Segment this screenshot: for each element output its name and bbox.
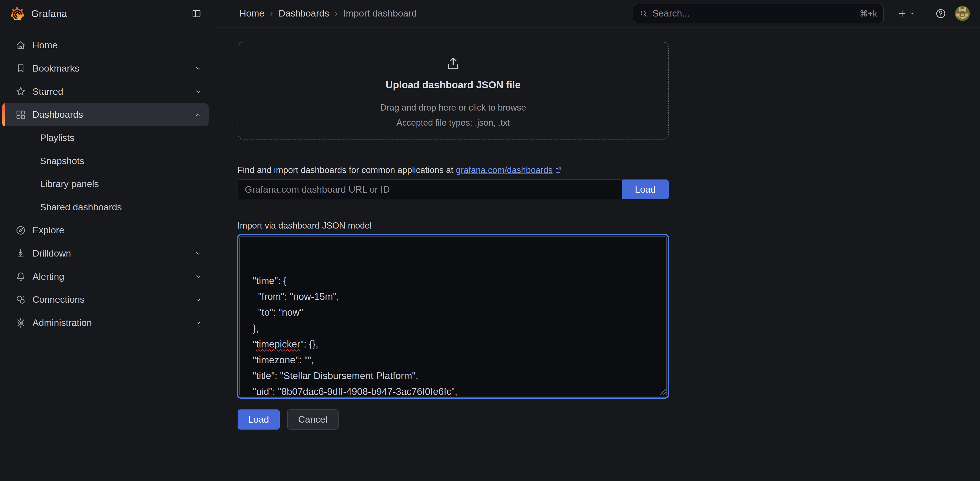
sidebar-item-label: Starred [33,86,63,97]
gcom-help-prefix: Find and import dashboards for common ap… [238,165,453,175]
brand-row: Grafana [0,0,214,27]
external-link-icon [555,166,562,174]
upload-dropzone[interactable]: Upload dashboard JSON file Drag and drop… [238,42,669,140]
sidebar-item-label: Alerting [33,271,64,282]
search-shortcut: ⌘+k [859,9,877,18]
sidebar-item-label: Connections [33,294,85,305]
sidebar-item-dashboards[interactable]: Dashboards [2,103,209,126]
gcom-link-text: grafana.com/dashboards [456,165,552,175]
topbar: Home›Dashboards›Import dashboard ⌘+k [215,0,980,27]
plus-icon [897,9,907,18]
json-code-line: "timezone": "", [247,352,659,368]
chevron-down-icon[interactable] [191,85,205,98]
home-icon [15,40,26,51]
search-box[interactable]: ⌘+k [633,4,884,23]
topbar-divider [926,7,926,20]
gcom-dashboards-link[interactable]: grafana.com/dashboards [456,165,562,175]
sidebar-item-label: Snapshots [40,156,84,166]
grafana-logo-icon[interactable] [10,6,25,22]
json-model-label: Import via dashboard JSON model [238,221,669,231]
help-button[interactable] [933,6,948,21]
breadcrumb-item-import-dashboard: Import dashboard [343,8,417,19]
breadcrumb-item-home[interactable]: Home [239,8,264,19]
sidebar-item-starred[interactable]: Starred [2,80,209,103]
sidebar-item-label: Shared dashboards [40,202,122,212]
plug-icon [15,294,26,305]
gcom-help-text: Find and import dashboards for common ap… [238,165,669,175]
sidebar-toggle-button[interactable] [188,5,205,22]
sidebar-item-administration[interactable]: Administration [2,311,209,334]
sidebar-item-label: Library panels [40,179,99,189]
sidebar-item-label: Explore [33,225,64,236]
chevron-down-icon[interactable] [191,62,205,75]
misspelled-token: uid [256,386,269,397]
json-code-line: "from": "now-15m", [247,288,659,304]
sidebar-item-snapshots[interactable]: Snapshots [2,149,209,172]
gcom-url-input[interactable] [238,180,622,199]
upload-icon [445,56,461,72]
chevron-down-icon [909,10,915,16]
brand-name: Grafana [31,8,67,19]
resize-grip[interactable] [659,389,666,395]
sidebar-item-label: Bookmarks [33,63,80,74]
sidebar-item-label: Drilldown [33,248,71,259]
sidebar-item-explore[interactable]: Explore [2,219,209,242]
json-code-line: "time": { [247,273,659,288]
chevron-down-icon[interactable] [191,247,205,260]
sidebar-item-label: Playlists [40,132,75,143]
sidebar-item-label: Home [33,40,58,51]
sidebar-nav: HomeBookmarksStarredDashboardsPlaylistsS… [0,27,214,334]
bell-icon [15,271,26,282]
chevron-down-icon[interactable] [191,293,205,307]
sidebar-item-shared-dashboards[interactable]: Shared dashboards [2,196,209,219]
sidebar-item-home[interactable]: Home [2,34,209,57]
json-editor-wrap: "time": { "from": "now-15m", "to": "now"… [238,234,669,398]
import-form: Upload dashboard JSON file Drag and drop… [238,42,669,430]
json-code-line: "uid": "8b07dac6-9dff-4908-b947-3ac76f0f… [247,384,659,397]
upload-hint: Drag and drop here or click to browse [380,103,526,113]
panel-left-icon [191,8,202,19]
sidebar-item-bookmarks[interactable]: Bookmarks [2,57,209,80]
star-icon [15,86,26,97]
main-column: Home›Dashboards›Import dashboard ⌘+k [215,0,980,481]
misspelled-token: timepicker [256,339,300,350]
gcom-load-button[interactable]: Load [622,180,669,199]
form-actions: Load Cancel [238,409,669,430]
breadcrumb-separator: › [335,8,337,18]
breadcrumb-item-dashboards[interactable]: Dashboards [278,8,329,19]
search-icon [639,9,648,18]
topbar-actions [894,6,970,21]
cancel-button[interactable]: Cancel [287,409,339,430]
cog-icon [15,317,26,328]
gcom-url-row: Load [238,180,669,199]
sidebar-item-alerting[interactable]: Alerting [2,265,209,288]
chevron-down-icon[interactable] [191,270,205,284]
chevron-down-icon[interactable] [191,316,205,330]
question-circle-icon [935,8,947,20]
chevron-up-icon[interactable] [191,108,205,121]
sidebar-item-library-panels[interactable]: Library panels [2,172,209,196]
json-code-line: "to": "now" [247,304,659,320]
drilldown-icon [15,248,26,259]
load-button[interactable]: Load [238,409,280,430]
sidebar-item-label: Administration [33,317,92,328]
breadcrumb-separator: › [270,8,273,18]
new-menu-button[interactable] [894,6,919,21]
upload-accepted-types: Accepted file types: .json, .txt [396,118,510,128]
json-code-line: "timepicker": {}, [247,336,659,352]
breadcrumb: Home›Dashboards›Import dashboard [239,8,417,19]
json-model-textarea[interactable]: "time": { "from": "now-15m", "to": "now"… [239,236,667,397]
misspelled-token: 8b07dac6-9dff-4908-b947-3ac76f0fe6fc [282,386,451,397]
user-avatar[interactable] [955,6,970,21]
sidebar-item-playlists[interactable]: Playlists [2,126,209,150]
sidebar-item-connections[interactable]: Connections [2,288,209,311]
bookmark-icon [15,63,26,74]
search-input[interactable] [652,8,855,19]
apps-icon [15,109,26,120]
avatar-icon [955,6,970,21]
sidebar-item-drilldown[interactable]: Drilldown [2,242,209,265]
sidebar: Grafana HomeBookmarksStarredDashboardsPl… [0,0,215,481]
grafana-app: Grafana HomeBookmarksStarredDashboardsPl… [0,0,980,481]
json-code-line: }, [247,320,659,336]
compass-icon [15,225,26,236]
